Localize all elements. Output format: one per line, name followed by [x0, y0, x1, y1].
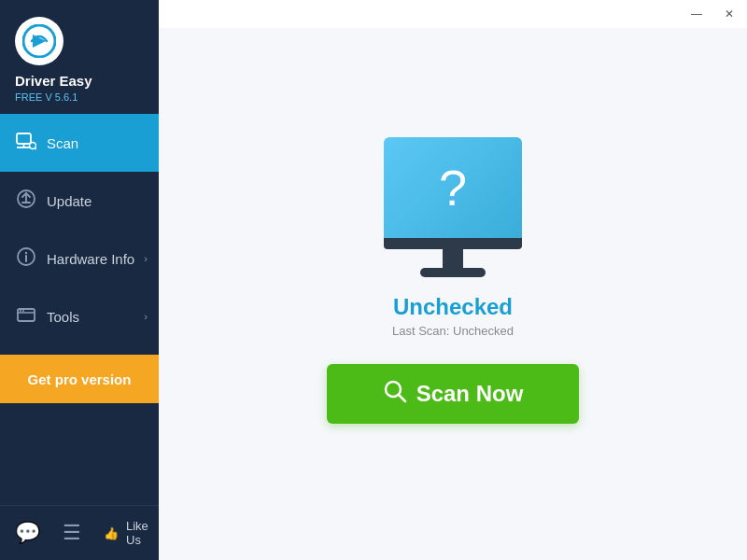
scan-now-label: Scan Now: [416, 381, 524, 407]
sidebar-item-hardware-info[interactable]: Hardware Info ›: [0, 230, 159, 287]
thumbs-up-icon: 👍: [104, 526, 119, 540]
like-us-button[interactable]: 👍 Like Us: [104, 519, 148, 547]
tools-icon: [15, 304, 37, 329]
title-bar: — ✕: [159, 0, 747, 28]
sidebar-item-hardware-info-label: Hardware Info: [47, 251, 134, 267]
status-subtitle: Last Scan: Unchecked: [392, 324, 514, 338]
svg-line-15: [399, 395, 405, 401]
monitor-illustration: ?: [384, 137, 522, 277]
hardware-info-icon: [15, 246, 37, 272]
get-pro-button[interactable]: Get pro version: [0, 355, 159, 403]
tools-chevron-icon: ›: [144, 311, 148, 322]
sidebar-item-update[interactable]: Update: [0, 172, 159, 230]
svg-point-4: [30, 142, 36, 148]
chat-icon[interactable]: 💬: [15, 521, 40, 545]
like-us-label: Like Us: [126, 519, 148, 547]
scan-now-icon: [383, 379, 407, 409]
monitor-screen: ?: [384, 137, 522, 238]
sidebar: Driver Easy FREE V 5.6.1 Scan Update: [0, 0, 159, 560]
app-version: FREE V 5.6.1: [15, 91, 78, 103]
sidebar-item-scan-label: Scan: [47, 135, 78, 151]
hardware-info-chevron-icon: ›: [144, 253, 148, 264]
svg-point-13: [22, 310, 24, 312]
list-icon[interactable]: ☰: [63, 521, 81, 545]
svg-rect-1: [17, 133, 31, 144]
monitor-base: [420, 268, 486, 277]
scan-icon: [15, 131, 37, 156]
scan-now-button[interactable]: Scan Now: [327, 364, 579, 424]
close-button[interactable]: ✕: [719, 6, 740, 22]
main-content: ? Unchecked Last Scan: Unchecked Scan No…: [159, 0, 747, 560]
monitor-neck: [443, 249, 463, 268]
sidebar-item-tools[interactable]: Tools ›: [0, 287, 159, 345]
minimize-button[interactable]: —: [685, 6, 708, 22]
question-mark-icon: ?: [439, 162, 467, 213]
svg-line-5: [35, 147, 37, 149]
update-icon: [15, 189, 37, 214]
monitor-bezel: [384, 238, 522, 249]
sidebar-footer: 💬 ☰ 👍 Like Us: [0, 505, 159, 560]
status-title: Unchecked: [393, 294, 513, 320]
logo-icon: [15, 17, 63, 65]
svg-point-12: [20, 310, 21, 312]
app-name: Driver Easy: [15, 73, 92, 90]
sidebar-item-tools-label: Tools: [47, 309, 79, 325]
app-logo: Driver Easy FREE V 5.6.1: [0, 0, 159, 114]
sidebar-item-scan[interactable]: Scan: [0, 114, 159, 172]
svg-point-9: [25, 251, 27, 253]
sidebar-item-update-label: Update: [47, 193, 92, 209]
